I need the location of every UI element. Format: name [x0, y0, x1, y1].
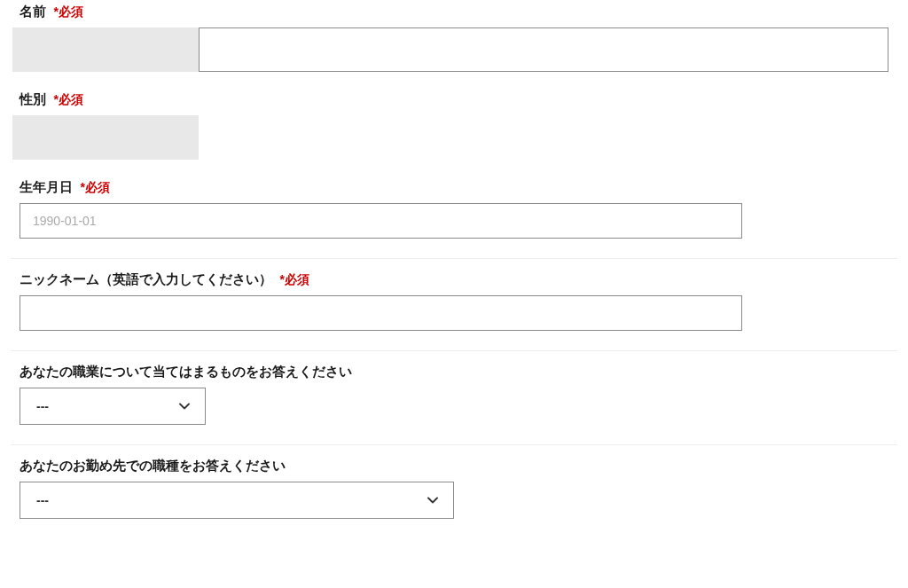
- divider: [11, 350, 897, 351]
- occupation-label: あなたの職業について当てはまるものをお答えください: [20, 364, 352, 379]
- jobtype-select-wrapper: ---: [20, 482, 454, 519]
- divider: [11, 444, 897, 445]
- occupation-select-wrapper: ---: [20, 388, 206, 425]
- name-input[interactable]: [199, 27, 888, 72]
- name-required-marker: *必須: [53, 4, 82, 19]
- nickname-label: ニックネーム（英語で入力してください）: [20, 271, 272, 286]
- jobtype-section: あなたのお勤め先での職種をお答えください ---: [9, 458, 899, 519]
- name-label: 名前: [20, 4, 46, 19]
- gender-required-marker: *必須: [53, 92, 82, 106]
- nickname-required-marker: *必須: [279, 272, 309, 286]
- divider: [11, 258, 897, 259]
- occupation-select[interactable]: ---: [20, 388, 206, 425]
- birthdate-required-marker: *必須: [80, 180, 109, 194]
- nickname-section: ニックネーム（英語で入力してください） *必須: [9, 271, 899, 331]
- occupation-section: あなたの職業について当てはまるものをお答えください ---: [9, 364, 899, 425]
- birthdate-section: 生年月日 *必須: [9, 179, 899, 239]
- gender-section: 性別 *必須: [9, 91, 899, 160]
- jobtype-select[interactable]: ---: [20, 482, 454, 519]
- gender-block: [12, 115, 199, 160]
- nickname-input[interactable]: [20, 295, 742, 331]
- birthdate-label: 生年月日: [20, 179, 73, 194]
- gender-label: 性別: [20, 91, 46, 106]
- name-prefix-block: [12, 27, 199, 72]
- name-section: 名前 *必須: [9, 0, 899, 72]
- jobtype-label: あなたのお勤め先での職種をお答えください: [20, 458, 286, 473]
- birthdate-input[interactable]: [20, 203, 742, 239]
